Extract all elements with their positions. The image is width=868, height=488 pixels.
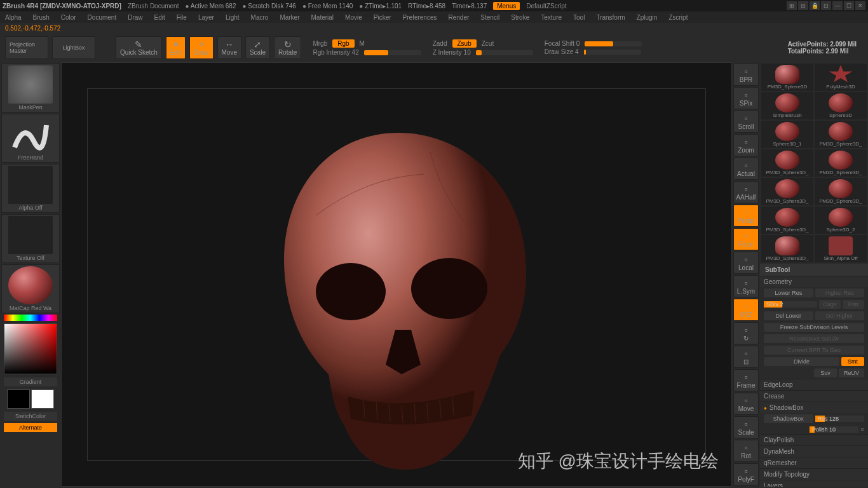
viewtool-frame[interactable]: ▫Frame [733, 369, 759, 391]
qremesher-header[interactable]: qRemesher [760, 457, 868, 468]
menu-macro[interactable]: Macro [251, 14, 269, 21]
quicksketch-button[interactable]: ✎Quick Sketch [116, 36, 162, 59]
viewtool-floor[interactable]: ▫Floor [733, 228, 759, 250]
polish-slider[interactable]: Polish 10 [810, 426, 858, 433]
viewtool-scale[interactable]: ▫Scale [733, 416, 759, 438]
viewtool-persp[interactable]: ▫Persp [733, 205, 759, 227]
window-icon[interactable]: 🔒 [810, 1, 820, 10]
lower-res-button[interactable]: Lower Res [764, 288, 813, 297]
move-button[interactable]: ↔Move [217, 36, 241, 59]
viewtool-↻[interactable]: ▫↻ [733, 322, 759, 344]
menu-draw[interactable]: Draw [128, 14, 142, 21]
projection-master-button[interactable]: Projection Master [5, 36, 48, 59]
zsub-toggle[interactable]: Zsub [452, 39, 477, 48]
menu-layer[interactable]: Layer [198, 14, 214, 21]
alpha-selector[interactable]: Alpha Off [1, 164, 60, 213]
menu-tool[interactable]: Tool [573, 14, 585, 21]
viewtool-move[interactable]: ▫Move [733, 393, 759, 415]
viewtool-scroll[interactable]: ▫Scroll [733, 111, 759, 133]
del-higher-button[interactable]: Del Higher [815, 311, 865, 320]
viewtool-rot[interactable]: ▫Rot [733, 440, 759, 462]
smt-button[interactable]: Smt [841, 357, 864, 366]
convert-button[interactable]: Convert BPR To Geo [764, 346, 864, 355]
scale-button[interactable]: ⤢Scale [245, 36, 270, 59]
shadowbox-header[interactable]: ShadowBox [760, 402, 868, 413]
divide-button[interactable]: Divide [764, 357, 839, 366]
menu-render[interactable]: Render [449, 14, 470, 21]
m-toggle[interactable]: M [360, 40, 365, 47]
rgb-toggle[interactable]: Rgb [332, 39, 354, 48]
layers-header[interactable]: Layers [760, 480, 868, 487]
subtool-item[interactable]: PM3D_Sphere3D_ [815, 178, 867, 205]
menu-brush[interactable]: Brush [33, 14, 50, 21]
menu-movie[interactable]: Movie [345, 14, 362, 21]
viewtool-bpr[interactable]: ▫BPR [733, 64, 759, 86]
sdiv-slider[interactable]: SDiv 2 [764, 301, 817, 308]
hue-strip[interactable] [4, 315, 57, 321]
viewtool-⊡[interactable]: ▫⊡ [733, 346, 759, 368]
window-icon[interactable]: ⊞ [787, 1, 797, 10]
window-icon[interactable]: ⊟ [798, 1, 808, 10]
menu-light[interactable]: Light [226, 14, 240, 21]
rstr-button[interactable]: Rstr [843, 300, 864, 309]
viewtool-polyf[interactable]: ▫PolyF [733, 463, 759, 485]
menu-preferences[interactable]: Preferences [403, 14, 437, 21]
menu-picker[interactable]: Picker [374, 14, 391, 21]
viewtool-xyz[interactable]: ▫XYZ [733, 299, 759, 321]
freeze-button[interactable]: Freeze SubDivision Levels [764, 323, 864, 332]
menu-texture[interactable]: Texture [541, 14, 562, 21]
viewtool-l.sym[interactable]: ▫L.Sym [733, 275, 759, 297]
lightbox-button[interactable]: LightBox [52, 36, 95, 59]
claypolish-header[interactable]: ClayPolish [760, 434, 868, 445]
menu-stencil[interactable]: Stencil [480, 14, 499, 21]
subtool-item[interactable]: PM3D_Sphere3D [761, 64, 813, 91]
subtool-item[interactable]: Skin_Alpha Off [815, 235, 867, 262]
subtool-item[interactable]: Sphere3D_2 [815, 207, 867, 234]
rgb-intensity-slider[interactable] [364, 50, 421, 55]
shadowbox-button[interactable]: ShadowBox [764, 414, 813, 423]
menu-document[interactable]: Document [88, 14, 117, 21]
minimize-icon[interactable]: — [832, 1, 843, 10]
reuv-button[interactable]: ReUV [839, 369, 864, 377]
del-lower-button[interactable]: Del Lower [764, 311, 813, 320]
subtool-item[interactable]: Sphere3D [815, 92, 867, 119]
gradient-button[interactable]: Gradient [4, 377, 57, 386]
menu-color[interactable]: Color [61, 14, 76, 21]
color-swatch-white[interactable] [31, 390, 54, 409]
menus-button[interactable]: Menus [493, 2, 520, 10]
mrgb-toggle[interactable]: Mrgb [313, 40, 327, 47]
crease-header[interactable]: Crease [760, 390, 868, 402]
subtool-item[interactable]: PM3D_Sphere3D_ [815, 121, 867, 148]
subtool-item[interactable]: PM3D_Sphere3D_ [761, 207, 813, 234]
zcut-toggle[interactable]: Zcut [482, 40, 494, 47]
texture-selector[interactable]: Texture Off [1, 214, 60, 263]
reconstruct-button[interactable]: Reconstruct Subdiv [764, 334, 864, 343]
subtool-item[interactable]: PM3D_Sphere3D_ [761, 178, 813, 205]
switchcolor-button[interactable]: SwitchColor [4, 412, 57, 421]
focal-shift-slider[interactable] [585, 41, 642, 46]
subtool-item[interactable]: PM3D_Sphere3D_ [761, 149, 813, 177]
viewtool-aahalf[interactable]: ▫AAHalf [733, 181, 759, 203]
geometry-header[interactable]: Geometry [760, 276, 868, 287]
default-zscript[interactable]: DefaultZScript [526, 3, 566, 10]
higher-res-button[interactable]: Higher Res [815, 288, 865, 297]
menu-edit[interactable]: Edit [154, 14, 165, 21]
menu-zscript[interactable]: Zscript [668, 14, 688, 21]
polish-toggle-icon[interactable]: ○ [860, 426, 864, 433]
menu-material[interactable]: Material [311, 14, 334, 21]
modify-topology-header[interactable]: Modify Topology [760, 468, 868, 480]
viewtool-zoom[interactable]: ▫Zoom [733, 134, 759, 156]
subtool-item[interactable]: SimpleBrush [761, 92, 813, 119]
zadd-toggle[interactable]: Zadd [433, 40, 447, 47]
menu-zplugin[interactable]: Zplugin [637, 14, 658, 21]
viewport[interactable]: 知乎 @珠宝设计手绘电绘 [61, 62, 732, 487]
menu-file[interactable]: File [177, 14, 187, 21]
suv-button[interactable]: Suv [814, 369, 837, 377]
viewtool-actual[interactable]: ▫Actual [733, 158, 759, 180]
dynamesh-header[interactable]: DynaMesh [760, 445, 868, 457]
edgeloop-header[interactable]: EdgeLoop [760, 379, 868, 390]
menu-alpha[interactable]: Alpha [5, 14, 22, 21]
stroke-selector[interactable]: FreeHand [1, 114, 60, 163]
cage-button[interactable]: Cage [819, 300, 841, 309]
close-icon[interactable]: ✕ [855, 1, 865, 10]
